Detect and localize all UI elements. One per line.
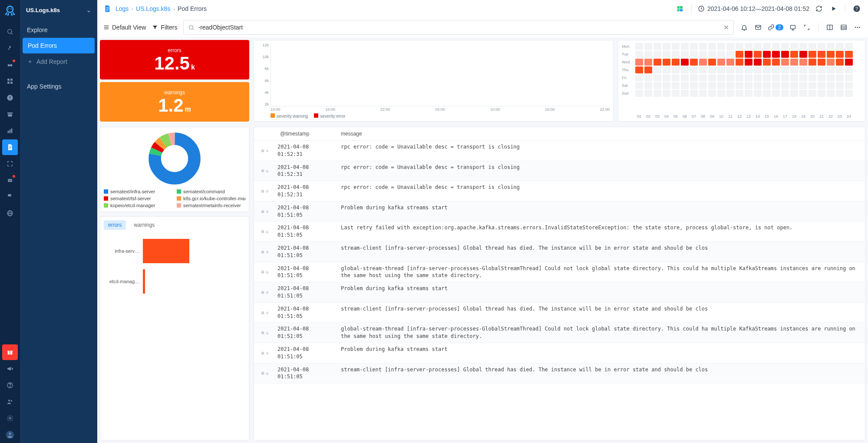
filters-button[interactable]: Filters xyxy=(152,24,177,31)
drag-icon[interactable]: ≡ xyxy=(261,370,264,376)
binoculars-icon[interactable] xyxy=(2,57,18,73)
play-icon[interactable] xyxy=(828,3,839,14)
barchart-icon[interactable] xyxy=(2,123,18,139)
hbar-chart[interactable]: errorswarnings infra-serv…etcd-manag… xyxy=(100,216,249,440)
drag-icon[interactable]: ≡ xyxy=(261,350,264,356)
drag-icon[interactable]: ≡ xyxy=(261,228,264,235)
bell-icon[interactable] xyxy=(740,23,749,32)
tab-warnings[interactable]: warnings xyxy=(129,220,159,230)
tab-errors[interactable]: errors xyxy=(104,220,126,230)
crumb-logs[interactable]: Logs xyxy=(116,5,129,12)
settings-icon[interactable] xyxy=(2,410,18,426)
split-icon[interactable] xyxy=(825,23,834,32)
help-icon[interactable] xyxy=(2,377,18,393)
sidebar-item-add-report[interactable]: ＋Add Report xyxy=(20,53,97,70)
table-row[interactable]: ≡◇ 2021-04-0801:51:05 Problem during kaf… xyxy=(254,282,865,303)
logs-icon[interactable] xyxy=(2,139,18,155)
expand-row-icon[interactable]: ◇ xyxy=(266,310,269,315)
svg-point-23 xyxy=(9,180,10,181)
drag-icon[interactable]: ≡ xyxy=(261,289,264,295)
sidebar-item-pod-errors[interactable]: Pod Errors xyxy=(23,38,95,53)
avatar-icon[interactable] xyxy=(2,427,18,443)
col-timestamp[interactable]: @timestamp xyxy=(254,127,337,140)
time-range-text: 2021-04-06 10:12—2021-04-08 01:52 xyxy=(707,5,809,12)
sidebar-item-app-settings[interactable]: App Settings xyxy=(20,79,97,94)
team-icon[interactable] xyxy=(2,394,18,410)
expand-row-icon[interactable]: ◇ xyxy=(266,148,269,153)
expand-row-icon[interactable]: ◇ xyxy=(266,371,269,376)
kpi-warnings[interactable]: warnings 1.2m xyxy=(100,82,249,122)
time-range-picker[interactable]: 2021-04-06 10:12—2021-04-08 01:52 xyxy=(698,5,809,12)
refresh-icon[interactable] xyxy=(814,3,824,14)
drag-icon[interactable]: ≡ xyxy=(261,310,264,316)
expand-row-icon[interactable]: ◇ xyxy=(266,209,269,214)
svg-point-47 xyxy=(189,25,193,29)
kpi-errors[interactable]: errors 12.5k xyxy=(100,40,249,79)
svg-rect-40 xyxy=(106,10,109,10)
link-icon[interactable]: 2 xyxy=(768,23,783,32)
expand-row-icon[interactable]: ◇ xyxy=(266,249,269,254)
fullscreen-icon[interactable] xyxy=(2,156,18,172)
app-switcher-icon[interactable] xyxy=(675,3,685,14)
table-row[interactable]: ≡◇ 2021-04-0801:51:05 stream-client [inf… xyxy=(254,242,865,262)
search-input[interactable] xyxy=(198,24,719,31)
expand-row-icon[interactable]: ◇ xyxy=(266,229,269,234)
sidebar-item-explore[interactable]: Explore xyxy=(20,22,97,38)
download-icon[interactable] xyxy=(789,23,797,32)
expand-row-icon[interactable]: ◇ xyxy=(266,169,269,173)
archive-icon[interactable] xyxy=(2,106,18,122)
col-message[interactable]: message xyxy=(337,127,865,140)
help-top-icon[interactable]: ? xyxy=(851,3,862,14)
table-row[interactable]: ≡◇ 2021-04-0801:52:31 rpc error: code = … xyxy=(254,161,865,182)
expand-row-icon[interactable]: ◇ xyxy=(266,188,269,193)
drag-icon[interactable]: ≡ xyxy=(261,148,264,154)
project-selector[interactable]: US.Logs.k8s ⌄ xyxy=(20,4,97,20)
svg-point-3 xyxy=(8,30,12,33)
sidebar: US.Logs.k8s ⌄ Explore Pod Errors ＋Add Re… xyxy=(20,0,97,443)
severity-bar-chart[interactable]: 12k10k8k6k4k2k 10:0016:0022:0004:0010:00… xyxy=(254,40,614,122)
table-row[interactable]: ≡◇ 2021-04-0801:52:31 rpc error: code = … xyxy=(254,181,865,202)
alert-icon[interactable] xyxy=(2,90,18,106)
svg-rect-18 xyxy=(11,129,13,133)
expand-row-icon[interactable]: ◇ xyxy=(266,270,269,274)
drag-icon[interactable]: ≡ xyxy=(261,188,264,194)
drag-icon[interactable]: ≡ xyxy=(261,168,264,174)
flag-icon[interactable] xyxy=(2,189,18,205)
search-icon[interactable] xyxy=(2,24,18,40)
list-view-icon[interactable] xyxy=(839,23,848,32)
heatmap-chart[interactable]: MonTueWedThuFriSatSun 010203040506070809… xyxy=(618,40,865,122)
table-row[interactable]: ≡◇ 2021-04-0801:51:05 stream-client [inf… xyxy=(254,364,865,384)
megaphone-icon[interactable] xyxy=(2,361,18,377)
table-row[interactable]: ≡◇ 2021-04-0801:52:31 rpc error: code = … xyxy=(254,141,865,161)
table-row[interactable]: ≡◇ 2021-04-0801:51:05 Last retry failed … xyxy=(254,222,865,242)
drag-icon[interactable]: ≡ xyxy=(261,249,264,255)
drag-icon[interactable]: ≡ xyxy=(261,330,264,336)
table-row[interactable]: ≡◇ 2021-04-0801:51:05 Problem during kaf… xyxy=(254,343,865,364)
expand-row-icon[interactable]: ◇ xyxy=(266,290,269,294)
svg-rect-9 xyxy=(7,82,10,84)
expand-icon[interactable] xyxy=(802,23,811,32)
gift-icon[interactable] xyxy=(2,344,18,360)
drag-icon[interactable]: ≡ xyxy=(261,269,264,275)
svg-rect-12 xyxy=(10,96,10,98)
icon-rail xyxy=(0,0,20,443)
apps-icon[interactable] xyxy=(2,73,18,89)
table-row[interactable]: ≡◇ 2021-04-0801:51:05 stream-client [inf… xyxy=(254,303,865,323)
default-view-button[interactable]: Default View xyxy=(103,24,146,31)
donut-chart[interactable]: sematext/infra-serversematext/commandsem… xyxy=(100,127,249,212)
table-row[interactable]: ≡◇ 2021-04-0801:51:05 Problem during kaf… xyxy=(254,202,865,222)
expand-row-icon[interactable]: ◇ xyxy=(266,331,269,335)
table-row[interactable]: ≡◇ 2021-04-0801:51:05 global-stream-thre… xyxy=(254,262,865,283)
expand-row-icon[interactable]: ◇ xyxy=(266,350,269,355)
table-row[interactable]: ≡◇ 2021-04-0801:51:05 global-stream-thre… xyxy=(254,323,865,343)
clear-icon[interactable]: ✕ xyxy=(723,23,729,32)
drag-icon[interactable]: ≡ xyxy=(261,208,264,215)
crumb-app[interactable]: US.Logs.k8s xyxy=(136,5,170,12)
brand-logo[interactable] xyxy=(3,3,17,17)
mail-icon[interactable] xyxy=(754,23,762,32)
rocket-icon[interactable] xyxy=(2,40,18,56)
globe-icon[interactable] xyxy=(2,205,18,221)
robot-icon[interactable] xyxy=(2,172,18,188)
svg-rect-17 xyxy=(10,129,11,133)
more-icon[interactable] xyxy=(853,23,862,32)
